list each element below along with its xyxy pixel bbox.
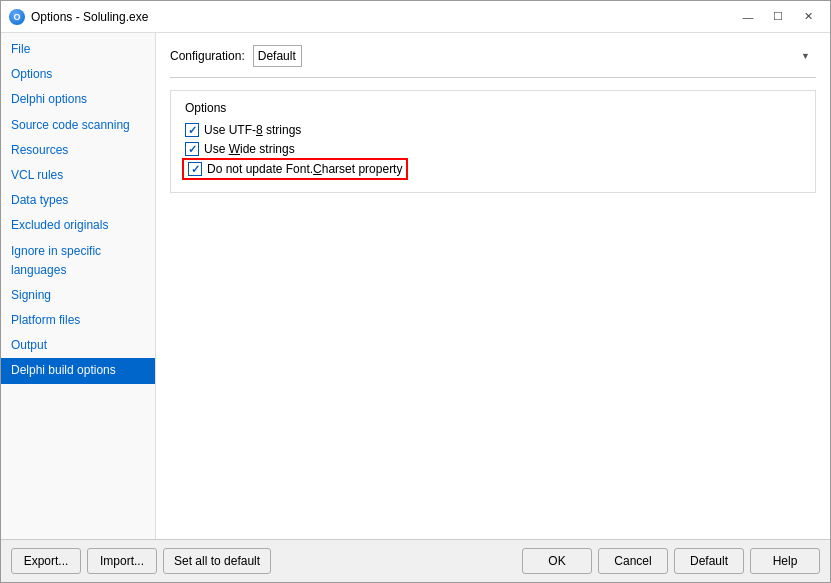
content-area: File Options Delphi options Source code … xyxy=(1,33,830,539)
footer-right: OK Cancel Default Help xyxy=(522,548,820,574)
main-window: O Options - Soluling.exe — ☐ ✕ File Opti… xyxy=(0,0,831,583)
window-title: Options - Soluling.exe xyxy=(31,10,148,24)
sidebar-item-source-code-scanning[interactable]: Source code scanning xyxy=(1,113,155,138)
main-panel: Configuration: Default Options Use UTF-8… xyxy=(156,33,830,539)
wide-label: Use Wide strings xyxy=(204,142,295,156)
minimize-button[interactable]: — xyxy=(734,7,762,27)
close-button[interactable]: ✕ xyxy=(794,7,822,27)
sidebar: File Options Delphi options Source code … xyxy=(1,33,156,539)
charset-checkbox[interactable] xyxy=(188,162,202,176)
configuration-row: Configuration: Default xyxy=(170,45,816,78)
sidebar-item-delphi-options[interactable]: Delphi options xyxy=(1,87,155,112)
help-button[interactable]: Help xyxy=(750,548,820,574)
set-all-to-default-button[interactable]: Set all to default xyxy=(163,548,271,574)
app-icon: O xyxy=(9,9,25,25)
sidebar-item-platform-files[interactable]: Platform files xyxy=(1,308,155,333)
sidebar-item-output[interactable]: Output xyxy=(1,333,155,358)
sidebar-item-file[interactable]: File xyxy=(1,37,155,62)
cancel-button[interactable]: Cancel xyxy=(598,548,668,574)
configuration-label: Configuration: xyxy=(170,49,245,63)
footer-left: Export... Import... Set all to default xyxy=(11,548,271,574)
options-group: Options Use UTF-8 strings Use Wide strin… xyxy=(170,90,816,193)
sidebar-item-data-types[interactable]: Data types xyxy=(1,188,155,213)
option-row-utf8: Use UTF-8 strings xyxy=(185,123,801,137)
option-row-charset: Do not update Font.Charset property xyxy=(185,161,405,177)
import-button[interactable]: Import... xyxy=(87,548,157,574)
sidebar-item-vcl-rules[interactable]: VCL rules xyxy=(1,163,155,188)
utf8-label: Use UTF-8 strings xyxy=(204,123,301,137)
sidebar-item-resources[interactable]: Resources xyxy=(1,138,155,163)
utf8-checkbox[interactable] xyxy=(185,123,199,137)
footer: Export... Import... Set all to default O… xyxy=(1,539,830,582)
sidebar-item-signing[interactable]: Signing xyxy=(1,283,155,308)
sidebar-item-excluded-originals[interactable]: Excluded originals xyxy=(1,213,155,238)
ok-button[interactable]: OK xyxy=(522,548,592,574)
title-bar-left: O Options - Soluling.exe xyxy=(9,9,148,25)
title-bar-buttons: — ☐ ✕ xyxy=(734,7,822,27)
option-row-wide: Use Wide strings xyxy=(185,142,801,156)
sidebar-item-delphi-build-options[interactable]: Delphi build options xyxy=(1,358,155,383)
options-group-label: Options xyxy=(185,101,801,115)
maximize-button[interactable]: ☐ xyxy=(764,7,792,27)
sidebar-item-options[interactable]: Options xyxy=(1,62,155,87)
default-button[interactable]: Default xyxy=(674,548,744,574)
sidebar-item-ignore-in-specific-languages[interactable]: Ignore in specific languages xyxy=(1,239,155,283)
title-bar: O Options - Soluling.exe — ☐ ✕ xyxy=(1,1,830,33)
charset-label: Do not update Font.Charset property xyxy=(207,162,402,176)
wide-checkbox[interactable] xyxy=(185,142,199,156)
export-button[interactable]: Export... xyxy=(11,548,81,574)
configuration-select-wrapper: Default xyxy=(253,45,816,67)
configuration-select[interactable]: Default xyxy=(253,45,302,67)
